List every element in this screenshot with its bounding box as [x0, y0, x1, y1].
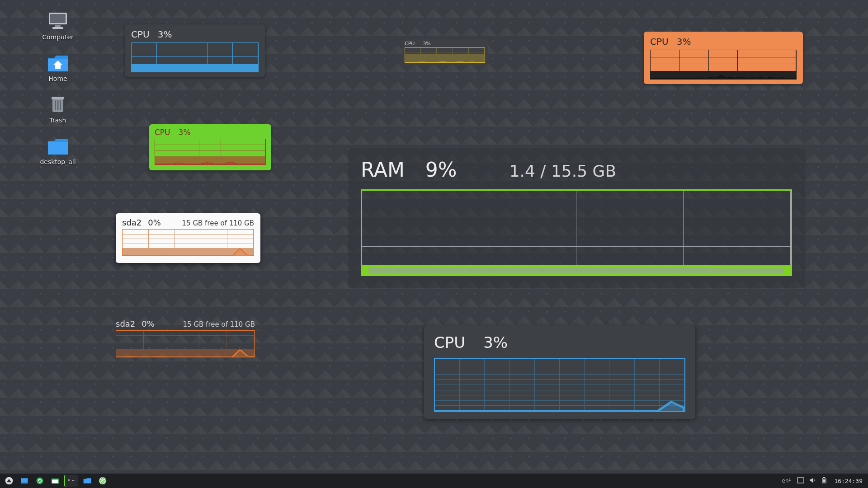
- computer-icon: [47, 11, 69, 31]
- svg-point-12: [37, 478, 43, 484]
- svg-rect-14: [52, 480, 58, 483]
- folder-icon: [47, 136, 69, 155]
- ram-absolute: 1.4 / 15.5 GB: [509, 162, 616, 180]
- usage-graph: [131, 42, 259, 72]
- updater-icon[interactable]: [33, 475, 46, 487]
- home-folder-icon: [47, 52, 69, 72]
- usage-graph: [122, 229, 254, 256]
- keyboard-layout-indicator[interactable]: en¹: [782, 478, 791, 484]
- metric-label: sda2: [122, 218, 142, 227]
- usage-graph: [405, 47, 485, 63]
- desktop-icon-trash[interactable]: Trash: [31, 94, 85, 124]
- desktop-icon-label: Computer: [31, 33, 85, 41]
- svg-rect-7: [57, 100, 59, 110]
- ram-monitor-widget[interactable]: RAM 9% 1.4 / 15.5 GB: [348, 148, 805, 288]
- desktop-icon-desktop-all[interactable]: desktop_all: [31, 136, 85, 165]
- metric-label: CPU: [405, 41, 415, 47]
- usage-graph: [434, 358, 685, 412]
- battery-icon[interactable]: [821, 477, 828, 485]
- usage-graph: [155, 139, 266, 165]
- metric-value: 3%: [677, 36, 691, 47]
- svg-rect-11: [21, 483, 28, 484]
- taskbar-left: ³ ~: [0, 475, 109, 487]
- desktop-icon-computer[interactable]: Computer: [31, 11, 85, 41]
- terminal-task[interactable]: ³ ~: [64, 475, 78, 487]
- cpu-monitor-widget-orange[interactable]: CPU 3%: [644, 32, 803, 84]
- start-menu-button[interactable]: [3, 475, 15, 487]
- metric-label: CPU: [434, 333, 465, 352]
- usage-graph: [650, 50, 797, 80]
- metric-label: CPU: [650, 36, 669, 47]
- svg-rect-5: [52, 97, 64, 99]
- trash-icon: [47, 94, 69, 114]
- desktop-icon-label: Home: [31, 75, 85, 82]
- cpu-monitor-widget-yellow-tiny[interactable]: CPU 3%: [402, 39, 488, 65]
- file-manager-task[interactable]: [49, 475, 61, 487]
- usage-graph: [361, 189, 792, 276]
- cpu-monitor-widget-blue-small[interactable]: CPU 3%: [125, 24, 265, 77]
- svg-rect-1: [50, 14, 66, 23]
- show-desktop-button[interactable]: [18, 475, 31, 487]
- system-tray: [797, 477, 828, 485]
- svg-rect-20: [797, 478, 804, 483]
- metric-value: 0%: [148, 218, 161, 227]
- svg-rect-8: [60, 100, 61, 110]
- usage-graph: [116, 330, 255, 357]
- metric-value: 3%: [158, 29, 172, 40]
- metric-value: 0%: [142, 319, 155, 328]
- svg-rect-6: [55, 100, 56, 110]
- metric-value: 9%: [425, 158, 457, 181]
- desktop-icon-label: Trash: [31, 117, 85, 124]
- metric-label: CPU: [155, 128, 170, 137]
- volume-icon[interactable]: [809, 477, 816, 485]
- desktop-icon-home[interactable]: Home: [31, 52, 85, 82]
- desktop-icon-label: desktop_all: [31, 158, 85, 165]
- terminal-task-label: ³ ~: [68, 478, 75, 484]
- metric-label: CPU: [131, 29, 150, 40]
- svg-rect-22: [823, 477, 825, 478]
- metric-value: 3%: [423, 41, 430, 47]
- svg-rect-10: [21, 478, 28, 483]
- cpu-monitor-widget-green[interactable]: CPU 3%: [149, 124, 271, 170]
- svg-rect-2: [55, 25, 61, 27]
- taskbar-clock[interactable]: 16:24:39: [834, 478, 863, 484]
- disk-monitor-widget-transparent[interactable]: sda2 0% 15 GB free of 110 GB: [116, 319, 255, 362]
- metric-value: 3%: [483, 333, 508, 352]
- svg-rect-23: [823, 479, 826, 483]
- metric-value: 3%: [179, 128, 191, 137]
- metric-label: RAM: [361, 158, 405, 181]
- disk-monitor-widget-white[interactable]: sda2 0% 15 GB free of 110 GB: [116, 213, 260, 263]
- disk-free-text: 15 GB free of 110 GB: [182, 219, 254, 227]
- cpu-monitor-widget-blue-big[interactable]: CPU 3%: [424, 325, 695, 419]
- metric-label: sda2: [116, 319, 135, 328]
- disk-free-text: 15 GB free of 110 GB: [183, 320, 255, 328]
- svg-rect-3: [52, 27, 63, 29]
- taskbar: ³ ~ en¹ 16:24:39: [0, 474, 868, 488]
- svg-point-19: [102, 480, 104, 482]
- taskbar-right: en¹ 16:24:39: [782, 477, 868, 485]
- file-manager-task-2[interactable]: [81, 475, 94, 487]
- atom-editor-task[interactable]: [96, 475, 109, 487]
- desktop-icons: Computer Home Trash desktop_all: [31, 11, 85, 177]
- workspace-switcher-icon[interactable]: [797, 477, 804, 485]
